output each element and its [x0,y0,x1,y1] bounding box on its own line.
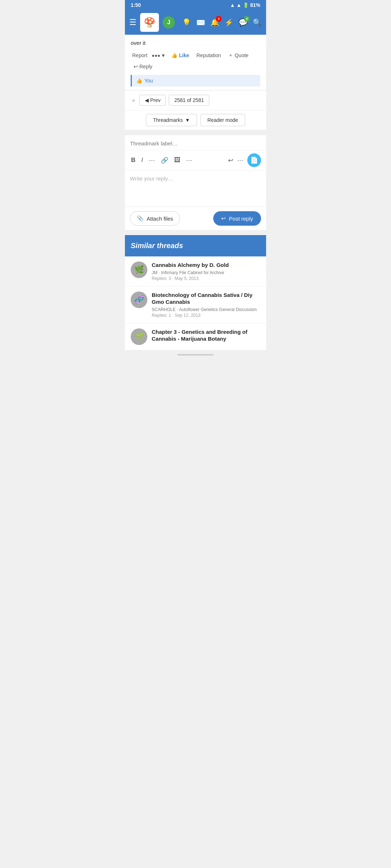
chat-nav-icon[interactable]: 💬 0 [239,18,248,27]
lightbulb-nav-icon[interactable]: 💡 [182,18,191,27]
signal-icon: ▲ [236,2,241,8]
search-icon: 🔍 [253,18,262,26]
status-bar: 1:50 ▲ ▲ 🔋 81% [125,0,266,10]
reply-composer: B I ⋯ 🔗 🖼 ⋯ ↩ ⋯ 📄 Write your reply… 📎 At… [125,135,266,230]
chevron-down-icon: ▼ [185,117,190,123]
thread-info-3: Chapter 3 - Genetics and Breeding of Can… [152,328,260,345]
chat-badge: 0 [244,16,250,22]
thread-stats-2: Replies: 1 · Sep 12, 2013 [152,313,260,318]
nav-icon-group: 💡 ✉️ 🔔 3 ⚡ 💬 0 🔍 [182,18,262,27]
thread-avatar-2: 🧬 [131,292,147,308]
search-nav-icon[interactable]: 🔍 [253,18,262,27]
page-indicator: 2581 of 2581 [169,95,209,106]
thread-stats-1: Replies: 3 · May 5, 2013 [152,276,260,281]
composer-actions-bar: 📎 Attach files ↩ Post reply [125,207,266,230]
attach-files-button[interactable]: 📎 Attach files [130,211,180,226]
threadmark-label-input[interactable] [130,140,261,146]
battery-pct: 81% [250,2,260,8]
quote-button[interactable]: ＋ Quote [225,50,251,60]
bottom-handle [125,350,266,359]
paperclip-icon: 📎 [137,215,144,222]
thread-avatar-3: 🌱 [131,328,147,345]
lightning-icon: ⚡ [224,18,234,26]
thumbs-up-icon: 👍 [171,52,177,58]
plus-icon: ＋ [228,52,233,59]
status-time: 1:50 [131,2,141,8]
first-page-button[interactable]: « [131,95,136,105]
you-liked-bar: 👍 You [131,75,260,86]
more-options-toolbar-button[interactable]: ⋯ [185,156,193,165]
post-content-area: over it Report ●●● ▼ 👍 Like Reputation ＋… [125,35,266,90]
thread-title-2: Biotechnology of Cannabis Sativa / Diy G… [152,292,260,306]
reader-mode-button[interactable]: Reader mode [201,114,245,126]
wifi-icon: ▲ [230,2,235,8]
threadmarks-button[interactable]: Threadmarks ▼ [146,114,197,126]
draft-icon: 📄 [250,156,258,164]
lightning-nav-icon[interactable]: ⚡ [224,18,234,27]
mail-nav-icon[interactable]: ✉️ [196,18,205,27]
site-logo[interactable]: 🍄 [140,13,159,32]
bell-badge: 3 [216,16,222,22]
thread-meta-2: SCARHOLE · Autoflower Genetics General D… [152,307,260,312]
reputation-button[interactable]: Reputation [193,51,224,60]
italic-button[interactable]: I [140,156,144,165]
reply-icon: ↩ [134,64,138,69]
top-nav: ☰ 🍄 J 💡 ✉️ 🔔 3 ⚡ 💬 0 🔍 [125,10,266,35]
thread-info-2: Biotechnology of Cannabis Sativa / Diy G… [152,292,260,318]
draft-save-button[interactable]: 📄 [247,153,261,167]
similar-thread-item-2[interactable]: 🧬 Biotechnology of Cannabis Sativa / Diy… [125,286,266,323]
reply-text-area[interactable]: Write your reply… [125,170,266,207]
report-button[interactable]: Report [131,51,149,60]
link-button[interactable]: 🔗 [160,156,169,165]
thread-avatar-1: 🌿 [131,261,147,278]
pagination-area: « ◀ Prev 2581 of 2581 [125,90,266,110]
bell-nav-icon[interactable]: 🔔 3 [210,18,219,27]
chevron-down-icon: ▼ [161,53,166,58]
status-icons: ▲ ▲ 🔋 81% [230,2,260,8]
thread-options-bar: Threadmarks ▼ Reader mode [125,110,266,130]
extra-options-button[interactable]: ⋯ [236,156,244,165]
logo-icon: 🍄 [144,17,155,28]
handle-bar [177,354,214,356]
thread-meta-1: JM · Infirmary File Cabinet for Archive [152,270,260,275]
hamburger-menu[interactable]: ☰ [129,18,136,27]
prev-label: ◀ Prev [145,97,161,103]
toolbar-separator: ↩ ⋯ 📄 [228,153,261,167]
similar-thread-item-1[interactable]: 🌿 Cannabis Alchemy by D. Gold JM · Infir… [125,256,266,286]
thread-info-1: Cannabis Alchemy by D. Gold JM · Infirma… [152,261,260,281]
double-left-icon: « [132,97,135,103]
thread-title-3: Chapter 3 - Genetics and Breeding of Can… [152,328,260,342]
avatar-icon-3: 🌱 [134,332,144,341]
post-action-bar: Report ●●● ▼ 👍 Like Reputation ＋ Quote ↩… [131,50,260,71]
user-avatar[interactable]: J [163,16,175,29]
reply-button[interactable]: ↩ Reply [131,62,155,71]
post-text: over it [131,40,260,46]
composer-toolbar: B I ⋯ 🔗 🖼 ⋯ ↩ ⋯ 📄 [125,150,266,170]
like-button[interactable]: 👍 Like [168,51,192,60]
similar-thread-item-3[interactable]: 🌱 Chapter 3 - Genetics and Breeding of C… [125,323,266,350]
image-button[interactable]: 🖼 [173,156,181,165]
similar-threads-header: Similar threads [125,235,266,256]
dots-icon: ●●● [152,53,160,58]
mail-icon: ✉️ [196,18,205,26]
battery-icon: 🔋 [243,3,249,8]
thumbs-up-small-icon: 👍 [136,78,142,84]
reply-send-icon: ↩ [221,215,226,222]
prev-page-button[interactable]: ◀ Prev [139,95,166,106]
thread-title-1: Cannabis Alchemy by D. Gold [152,261,260,269]
undo-button[interactable]: ↩ [228,157,233,164]
avatar-icon-2: 🧬 [134,295,144,305]
bold-button[interactable]: B [130,156,136,165]
more-options-button[interactable]: ●●● ▼ [150,51,167,60]
more-format-button[interactable]: ⋯ [148,156,156,165]
post-reply-button[interactable]: ↩ Post reply [213,211,261,226]
lightbulb-icon: 💡 [182,18,191,26]
avatar-icon-1: 🌿 [134,265,144,275]
threadmark-label-area [125,135,266,150]
